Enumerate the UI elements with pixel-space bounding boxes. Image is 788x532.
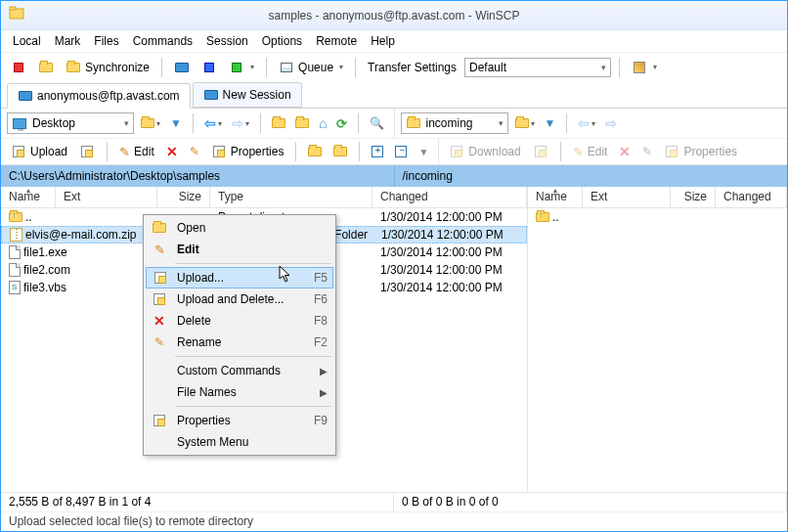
col-changed[interactable]: Changed xyxy=(372,187,527,207)
separator xyxy=(619,58,620,77)
col-ext[interactable]: Ext xyxy=(56,187,157,207)
home-button[interactable]: ⌂ xyxy=(316,114,329,132)
remote-headers: ▴Name Ext Size Changed xyxy=(528,187,787,208)
main-toolbar: Synchronize ▾ Queue ▾ Transfer Settings … xyxy=(1,52,787,81)
back-button[interactable]: ⇦▾ xyxy=(575,114,598,132)
cm-upload[interactable]: Upload...F5 xyxy=(146,267,333,288)
edit-button[interactable]: ✎Edit xyxy=(115,143,158,161)
fwd-button[interactable]: ⇨ xyxy=(602,114,620,132)
rename-button[interactable]: ✎ xyxy=(186,143,203,160)
delete-button[interactable]: ✕ xyxy=(615,142,635,161)
monitor-icon xyxy=(18,88,33,104)
queue-button[interactable]: Queue ▾ xyxy=(275,58,347,77)
cm-properties[interactable]: PropertiesF9 xyxy=(146,410,333,431)
session-tabs: anonymous@ftp.avast.com New Session xyxy=(1,81,787,109)
remote-dir-combo[interactable]: incoming xyxy=(401,112,508,134)
col-ext[interactable]: Ext xyxy=(583,187,671,207)
transfer-settings-combo[interactable]: Default xyxy=(464,58,611,77)
col-size[interactable]: Size xyxy=(671,187,716,207)
tab-new-session[interactable]: New Session xyxy=(193,82,302,108)
root-dir-button[interactable] xyxy=(292,117,312,129)
filter-button[interactable]: ▼ xyxy=(542,115,559,131)
sync-browse-button[interactable] xyxy=(34,58,58,77)
separator xyxy=(161,58,162,77)
local-headers: ▴Name Ext Size Type Changed xyxy=(1,187,527,208)
monitor-icon xyxy=(203,87,219,103)
rename-button[interactable]: ✎ xyxy=(638,143,656,160)
cm-file-names[interactable]: File Names▶ xyxy=(146,381,333,403)
menu-files[interactable]: Files xyxy=(88,32,124,50)
menu-local[interactable]: Local xyxy=(7,32,47,50)
properties-button[interactable]: Properties xyxy=(207,142,288,161)
compare-button[interactable] xyxy=(7,58,30,77)
transfer-settings-label: Transfer Settings xyxy=(364,61,460,74)
local-path: C:\Users\Administrator\Desktop\samples xyxy=(1,165,394,187)
menu-help[interactable]: Help xyxy=(365,32,401,50)
desktop-icon xyxy=(12,115,27,131)
delete-button[interactable]: ✕ xyxy=(162,142,182,161)
synchronize-button[interactable]: Synchronize xyxy=(62,58,153,77)
hint-bar: Upload selected local file(s) to remote … xyxy=(1,511,787,531)
properties-button[interactable]: Properties xyxy=(660,142,741,161)
new-session-label: New Session xyxy=(223,88,291,102)
separator xyxy=(266,58,267,77)
edit-button[interactable]: ✎Edit xyxy=(569,143,612,161)
remote-dirbar: incoming ▾ ▼ ⇦▾ ⇨ xyxy=(394,109,788,138)
cm-delete[interactable]: ✕DeleteF8 xyxy=(146,310,333,332)
unselect-all-button[interactable] xyxy=(391,144,411,159)
fwd-button[interactable]: ⇨▾ xyxy=(229,114,252,132)
refresh-button[interactable]: ⟳ xyxy=(333,115,350,132)
open-dir-button[interactable]: ▾ xyxy=(512,117,538,129)
cm-rename[interactable]: ✎RenameF2 xyxy=(146,332,333,353)
col-changed[interactable]: Changed xyxy=(716,187,787,207)
menu-mark[interactable]: Mark xyxy=(49,32,87,50)
tab-session-active[interactable]: anonymous@ftp.avast.com xyxy=(7,83,191,109)
remote-file-list[interactable]: .. xyxy=(528,208,787,492)
col-size[interactable]: Size xyxy=(157,187,210,207)
col-name[interactable]: ▴Name xyxy=(1,187,56,207)
remote-path: /incoming xyxy=(394,165,788,187)
invert-button[interactable]: ▼ xyxy=(415,145,432,159)
cm-edit[interactable]: ✎Edit xyxy=(146,239,333,260)
menu-options[interactable]: Options xyxy=(256,32,308,50)
remote-pane: ▴Name Ext Size Changed .. xyxy=(528,187,787,492)
upload-button[interactable]: Upload xyxy=(7,142,71,161)
separator xyxy=(355,58,356,77)
new-file-button[interactable] xyxy=(329,145,351,158)
menubar: Local Mark Files Commands Session Option… xyxy=(1,30,787,52)
download-queue-button[interactable] xyxy=(529,142,552,161)
cm-upload-delete[interactable]: Upload and Delete...F6 xyxy=(146,288,333,310)
console-button[interactable] xyxy=(170,58,194,77)
open-dir-button[interactable]: ▾ xyxy=(138,117,163,129)
local-actionbar: Upload ✎Edit ✕ ✎ Properties ▼ xyxy=(1,138,438,165)
local-dir-combo[interactable]: Desktop xyxy=(7,112,134,134)
new-folder-button[interactable] xyxy=(304,145,326,158)
download-button[interactable]: Download xyxy=(445,142,524,161)
parent-dir-button[interactable] xyxy=(269,117,288,129)
cm-custom-commands[interactable]: Custom Commands▶ xyxy=(146,360,333,381)
find-button[interactable]: 🔍 xyxy=(367,115,387,131)
local-status: 2,555 B of 8,497 B in 1 of 4 xyxy=(1,493,394,511)
commander-button[interactable] xyxy=(197,58,221,77)
local-file-list[interactable]: .. Parent directory 1/30/2014 12:00:00 P… xyxy=(1,208,527,492)
pathbar-row: C:\Users\Administrator\Desktop\samples /… xyxy=(1,165,787,187)
app-icon xyxy=(9,6,24,24)
local-pane: ▴Name Ext Size Type Changed .. Parent di… xyxy=(1,187,528,492)
col-type[interactable]: Type xyxy=(210,187,372,207)
explorer-button[interactable]: ▾ xyxy=(225,58,258,77)
menu-session[interactable]: Session xyxy=(200,32,254,50)
filter-button[interactable]: ▼ xyxy=(167,115,185,131)
preferences-button[interactable]: ▾ xyxy=(628,58,661,77)
back-button[interactable]: ⇦▾ xyxy=(201,114,225,132)
dirbar-row: Desktop ▾ ▼ ⇦▾ ⇨▾ ⌂ ⟳ 🔍 incoming ▾ ▼ ⇦▾ … xyxy=(1,109,787,138)
menu-remote[interactable]: Remote xyxy=(310,32,363,50)
cm-system-menu[interactable]: System Menu xyxy=(146,431,333,453)
folder-icon xyxy=(406,115,421,131)
select-all-button[interactable] xyxy=(368,144,387,159)
vbs-icon xyxy=(9,281,21,294)
col-name[interactable]: ▴Name xyxy=(528,187,583,207)
cm-open[interactable]: Open xyxy=(146,217,333,239)
upload-queue-button[interactable] xyxy=(75,142,99,161)
file-row-parent[interactable]: .. xyxy=(528,208,787,226)
menu-commands[interactable]: Commands xyxy=(127,32,198,50)
